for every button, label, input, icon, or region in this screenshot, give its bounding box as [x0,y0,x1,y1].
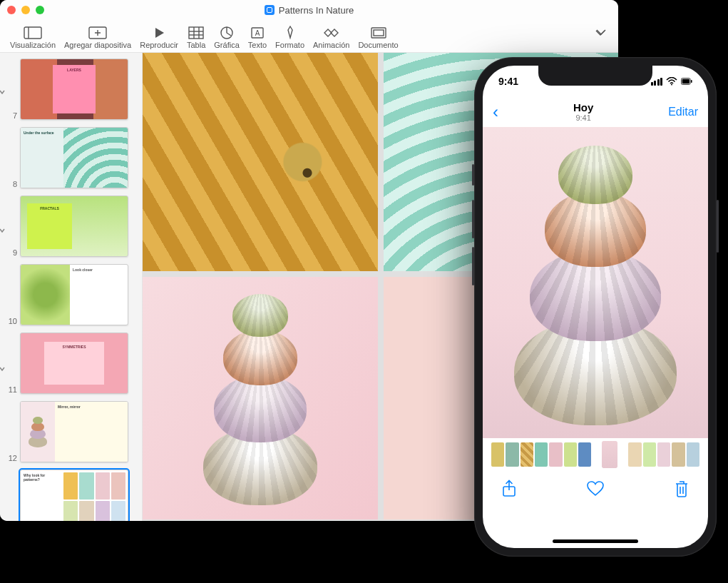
slide-thumbnail[interactable]: Why look for patterns? [20,470,128,521]
chart-label: Gráfica [214,41,239,49]
slide-number: 7 [4,111,17,120]
svg-text:A: A [255,29,260,37]
toolbar-overflow-button[interactable] [588,26,612,49]
canvas-image-urchins[interactable] [143,277,378,519]
minimize-window-button[interactable] [21,6,30,14]
disclosure-icon[interactable] [0,86,6,93]
phone-screen: 9:41 ‹ Hoy 9:41 Editar [483,66,708,548]
table-button[interactable]: Tabla [183,26,210,49]
iphone-device: 9:41 ‹ Hoy 9:41 Editar [474,57,717,557]
format-button[interactable]: Formato [271,25,309,49]
photos-toolbar [483,471,708,510]
photo-viewer[interactable] [483,127,708,438]
animation-button[interactable]: Animación [309,26,354,49]
canvas-image-honeycomb[interactable] [143,53,378,271]
slide-thumbnail[interactable]: Mirror, mirror [20,401,128,462]
slide-thumbnail[interactable]: SYMMETRIES [20,333,128,394]
filmstrip-gap [619,442,627,467]
slide-number: 10 [4,317,17,325]
svg-rect-18 [682,79,689,83]
filmstrip-thumb[interactable] [628,442,641,467]
filmstrip-thumb[interactable] [564,442,577,467]
svg-rect-15 [374,30,384,36]
text-button[interactable]: A Texto [244,26,271,49]
svg-marker-5 [155,28,164,38]
filmstrip-thumb[interactable] [521,442,533,467]
nav-subtitle: 9:41 [573,113,593,122]
svg-rect-19 [691,80,692,83]
filmstrip-thumb[interactable] [657,442,670,467]
play-label: Reproducir [140,41,178,49]
photo-content [510,140,681,425]
svg-rect-6 [189,27,203,39]
share-button[interactable] [501,480,517,501]
slide-11[interactable]: 11 SYMMETRIES [4,333,138,394]
close-window-button[interactable] [7,6,16,14]
slide-thumbnail[interactable]: Under the surface [20,127,128,188]
slide-navigator[interactable]: 7 LAYERS 8 Under the surface 9 FRACTALS … [0,53,143,521]
favorite-button[interactable] [586,480,605,500]
filmstrip-thumb[interactable] [506,442,518,467]
edit-button[interactable]: Editar [668,106,698,118]
animation-label: Animación [313,41,349,49]
filmstrip-thumb-current[interactable] [602,441,617,468]
slide-9[interactable]: 9 FRACTALS [4,196,138,257]
fullscreen-window-button[interactable] [36,6,44,14]
home-indicator[interactable] [553,539,638,543]
delete-button[interactable] [674,480,689,501]
filmstrip-thumb[interactable] [549,442,562,467]
slide-number: 11 [4,385,17,394]
phone-volume-down[interactable] [472,247,474,285]
document-label: Documento [358,41,398,49]
view-button[interactable]: Visualización [6,26,60,49]
cellular-signal-icon [651,78,663,86]
phone-volume-up[interactable] [472,200,474,238]
toolbar: Visualización Agregar diapositiva Reprod… [0,20,618,53]
disclosure-icon[interactable] [0,363,6,370]
filmstrip-thumb[interactable] [535,442,548,467]
slide-10[interactable]: 10 Look closer [4,264,138,325]
titlebar: Patterns In Nature [0,0,618,20]
keynote-app-icon [265,5,275,15]
slide-thumbnail[interactable]: Look closer [20,264,128,325]
play-button[interactable]: Reproducir [135,26,183,49]
format-label: Formato [275,41,304,49]
slide-number: 9 [4,248,17,257]
add-slide-button[interactable]: Agregar diapositiva [60,26,135,49]
disclosure-icon[interactable] [0,224,6,231]
svg-rect-0 [24,27,41,39]
nav-title: Hoy [573,102,593,114]
photo-filmstrip[interactable] [483,438,708,471]
document-title: Patterns In Nature [265,5,354,16]
slide-13[interactable]: 13 Why look for patterns? [4,470,138,521]
urchin-stack-graphic [189,291,332,505]
table-label: Tabla [187,41,205,49]
slide-12[interactable]: 12 Mirror, mirror [4,401,138,462]
photos-nav-bar: ‹ Hoy 9:41 Editar [483,97,708,127]
slide-number: 8 [4,180,17,188]
slide-8[interactable]: 8 Under the surface [4,127,138,188]
battery-icon [681,77,692,86]
filmstrip-thumb[interactable] [491,442,504,467]
filmstrip-thumb[interactable] [578,442,591,467]
document-title-text: Patterns In Nature [279,5,354,16]
phone-side-button[interactable] [717,200,719,253]
add-slide-label: Agregar diapositiva [64,41,131,49]
wifi-icon [666,77,677,86]
slide-thumbnail[interactable]: FRACTALS [20,196,128,257]
phone-notch [538,66,652,86]
text-label: Texto [248,41,267,49]
slide-thumbnail[interactable]: LAYERS [20,59,128,120]
window-controls [7,6,44,14]
slide-number: 12 [4,454,17,462]
filmstrip-thumb[interactable] [687,442,699,467]
status-time: 9:41 [498,76,518,87]
slide-7[interactable]: 7 LAYERS [4,59,138,120]
filmstrip-thumb[interactable] [643,442,656,467]
document-button[interactable]: Documento [354,26,402,49]
filmstrip-thumb[interactable] [672,442,685,467]
phone-mute-switch[interactable] [472,164,474,186]
view-label: Visualización [10,41,56,49]
chart-button[interactable]: Gráfica [210,26,243,49]
back-button[interactable]: ‹ [493,102,498,122]
